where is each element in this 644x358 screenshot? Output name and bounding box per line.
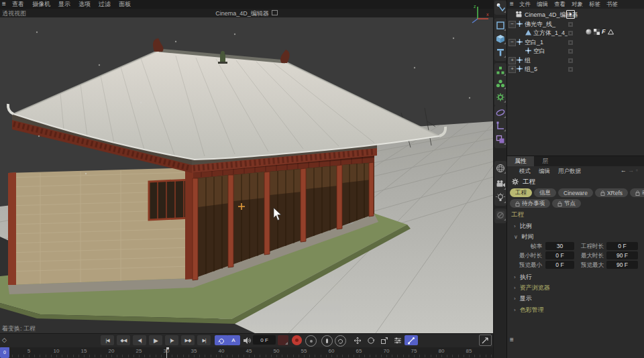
- tree-row-temple[interactable]: − 佛光寺_线_: [507, 19, 644, 28]
- menu-display[interactable]: 显示: [58, 0, 70, 9]
- preview-min-field[interactable]: 0 F: [545, 261, 574, 269]
- forward-arrow-icon[interactable]: →: [628, 167, 634, 174]
- keyframe-color-swatch[interactable]: [278, 335, 288, 345]
- attr-menu-mode[interactable]: 模式: [519, 168, 531, 176]
- enable-toggle[interactable]: [568, 30, 574, 36]
- timeline-ruler[interactable]: 51015202530354045505560657075808590 0: [0, 347, 506, 358]
- om-menu-file[interactable]: 文件: [519, 1, 531, 9]
- mode-tab-info[interactable]: 信息: [534, 188, 556, 197]
- enable-toggle[interactable]: [568, 40, 574, 46]
- mode-tab-project[interactable]: 工程: [510, 188, 532, 197]
- viewport-menu-icon[interactable]: ≡: [2, 0, 6, 7]
- back-arrow-icon[interactable]: ←: [621, 167, 627, 174]
- next-frame-button[interactable]: |▶: [165, 335, 178, 345]
- material-tag-icon[interactable]: [586, 29, 592, 35]
- tree-row-group[interactable]: + 组: [507, 56, 644, 64]
- menu-camera[interactable]: 摄像机: [32, 0, 50, 9]
- fcurve-mini-button[interactable]: [479, 335, 492, 346]
- menu-view[interactable]: 查看: [12, 0, 24, 9]
- camera-object-tool[interactable]: [495, 179, 506, 190]
- enable-toggle[interactable]: [568, 58, 574, 64]
- tree-row-cube[interactable]: 立方体_1_4_2 F: [507, 28, 644, 37]
- goto-end-button[interactable]: ▶|: [197, 335, 211, 345]
- section-execute[interactable]: ›执行: [514, 272, 532, 282]
- timeline-marker[interactable]: [166, 347, 167, 358]
- sound-button[interactable]: [240, 335, 254, 345]
- expand-icon[interactable]: +: [508, 57, 516, 64]
- record-position-toggle[interactable]: [351, 335, 364, 345]
- phong-tag-icon[interactable]: F: [602, 29, 606, 35]
- current-frame-field[interactable]: 0 F: [253, 335, 276, 345]
- menu-panel[interactable]: 面板: [119, 0, 131, 9]
- om-menu-tags[interactable]: 标签: [589, 1, 600, 9]
- om-menu-bookmarks[interactable]: 书签: [606, 1, 618, 9]
- section-asset-browser[interactable]: ›资产浏览器: [514, 283, 550, 292]
- expand-icon[interactable]: +: [508, 66, 516, 73]
- collapse-icon[interactable]: −: [508, 21, 516, 28]
- light-object-tool[interactable]: [495, 192, 506, 203]
- spline-mask-tool[interactable]: [495, 107, 506, 118]
- mode-tab-animate[interactable]: 动画: [630, 188, 644, 197]
- section-display[interactable]: ›显示: [514, 294, 532, 303]
- frame-mode-button[interactable]: A: [227, 335, 240, 345]
- timeline-key-icon[interactable]: ◇: [2, 337, 7, 343]
- preview-max-field[interactable]: 90 F: [606, 261, 638, 269]
- attr-menu-userdata[interactable]: 用户数据: [558, 168, 581, 176]
- tab-attributes[interactable]: 属性: [507, 156, 534, 166]
- mode-tab-xrefs[interactable]: XRefs: [595, 188, 628, 197]
- tree-row-null[interactable]: 空白: [507, 46, 644, 55]
- prev-frame-button[interactable]: ◀|: [133, 335, 146, 345]
- measure-tool[interactable]: [495, 121, 506, 131]
- mode-tab-nodes[interactable]: 节点: [552, 199, 581, 208]
- text-object-tool[interactable]: [495, 47, 506, 58]
- om-menu-object[interactable]: 对象: [572, 1, 583, 9]
- loop-playback-button[interactable]: [215, 335, 228, 345]
- max-time-field[interactable]: 90 F: [606, 251, 638, 259]
- om-menu-icon[interactable]: ≡: [510, 0, 514, 7]
- tree-row-null1[interactable]: − 空白_1: [507, 38, 644, 46]
- enable-toggle[interactable]: [568, 66, 574, 72]
- enable-toggle[interactable]: [568, 48, 574, 54]
- viewport-3d-scene[interactable]: [0, 9, 493, 333]
- render-target-icon[interactable]: [566, 10, 575, 19]
- up-level-icon[interactable]: ▫: [636, 167, 638, 174]
- record-keyframe-button[interactable]: [292, 335, 302, 345]
- section-scale[interactable]: ›比例: [514, 221, 532, 231]
- section-color-management[interactable]: ›色彩管理: [514, 305, 544, 314]
- project-duration-field[interactable]: 0 F: [606, 242, 638, 250]
- prev-key-button[interactable]: ◆◀: [117, 335, 130, 345]
- tree-row-group5[interactable]: + 组_5: [507, 64, 644, 73]
- tab-layers[interactable]: 层: [537, 156, 554, 166]
- attr-menu-icon[interactable]: ≡: [510, 336, 514, 343]
- attr-menu-edit[interactable]: 编辑: [539, 168, 550, 176]
- min-time-field[interactable]: 0 F: [545, 251, 574, 259]
- record-scale-toggle[interactable]: [378, 335, 391, 345]
- autokey-button[interactable]: [305, 335, 317, 347]
- triangle-tag-icon[interactable]: [608, 29, 614, 35]
- collapse-icon[interactable]: −: [508, 39, 516, 46]
- tree-row-editor-camera[interactable]: Cinema_4D_编辑器: [507, 10, 644, 19]
- paint-tool-disabled[interactable]: [495, 210, 506, 221]
- boolean-tool[interactable]: [495, 134, 506, 145]
- om-menu-edit[interactable]: 编辑: [537, 1, 548, 9]
- cloner-tool[interactable]: [495, 65, 506, 76]
- spline-pen-tool[interactable]: [495, 2, 506, 13]
- record-parameter-toggle[interactable]: [391, 335, 405, 345]
- cube-primitive-tool[interactable]: [495, 34, 506, 44]
- keyframe-position-toggle[interactable]: [321, 335, 333, 347]
- goto-start-button[interactable]: |◀: [101, 335, 114, 345]
- enable-toggle[interactable]: [568, 21, 574, 27]
- rectangle-spline-tool[interactable]: [495, 20, 506, 31]
- mode-tab-todo[interactable]: 待办事项: [510, 199, 550, 208]
- keyframe-rotation-toggle[interactable]: [335, 335, 346, 347]
- record-rotation-toggle[interactable]: [364, 335, 378, 345]
- next-key-button[interactable]: ▶◆: [181, 335, 195, 345]
- play-button[interactable]: ▶: [149, 335, 162, 345]
- compositing-tag-icon[interactable]: [594, 29, 600, 35]
- menu-options[interactable]: 选项: [78, 0, 91, 9]
- sky-object-tool[interactable]: [495, 163, 506, 174]
- record-pla-toggle[interactable]: [405, 335, 418, 345]
- mode-tab-cineware[interactable]: Cineware: [558, 188, 593, 197]
- fps-field[interactable]: 30: [545, 242, 574, 250]
- effector-tool[interactable]: [495, 92, 506, 103]
